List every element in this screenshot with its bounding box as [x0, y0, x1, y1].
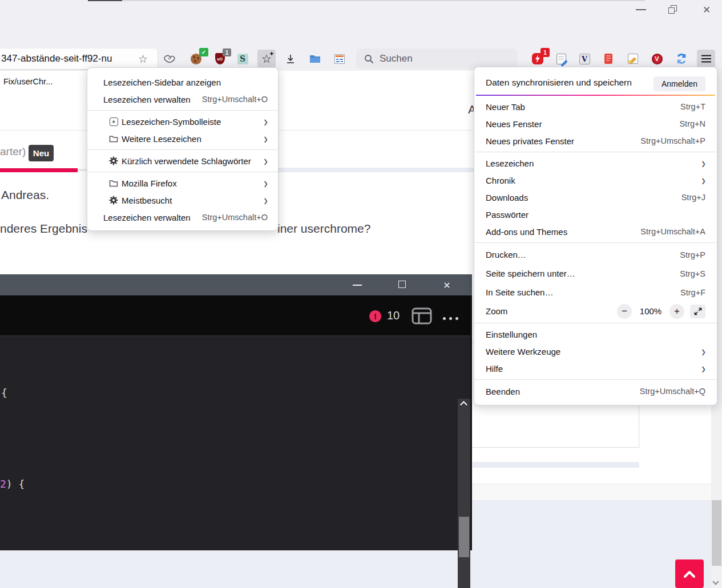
url-bar[interactable]: 347-abstände-seit-ff92-nu ☆ — [0, 48, 158, 69]
downloads-button[interactable] — [281, 50, 300, 68]
menu-item-bookmarks-toolbar[interactable]: ★ Lesezeichen-Symbolleiste › — [87, 113, 278, 130]
menu-item-manage-bookmarks[interactable]: Lesezeichen verwalten Strg+Umschalt+O — [87, 91, 278, 108]
console-titlebar[interactable]: ✕ — [0, 274, 472, 295]
scroll-to-top-button[interactable] — [675, 559, 704, 588]
menu-item-show-bookmarks-sidebar[interactable]: Lesezeichen-Sidebar anzeigen — [87, 74, 278, 91]
menu-item-shortcut: Strg+Umschalt+O — [202, 95, 268, 104]
menu-item-help[interactable]: Hilfe › — [474, 360, 717, 377]
search-icon — [364, 54, 374, 64]
video-download-extension-button[interactable]: V — [648, 50, 666, 68]
error-count-icon[interactable]: ! — [369, 310, 381, 322]
split-panel-icon[interactable] — [412, 307, 432, 327]
bookmark-menu-star-icon: ☆ — [261, 52, 272, 66]
menu-item-shortcut: Strg+N — [679, 119, 705, 128]
menu-item-history[interactable]: Chronik › — [474, 172, 717, 189]
submenu-chevron-icon: › — [701, 173, 705, 188]
menu-item-save-page-as[interactable]: Seite speichern unter… Strg+S — [474, 264, 717, 283]
topic-title-fragment: arter) — [0, 145, 26, 158]
menu-item-label: Lesezeichen-Sidebar anzeigen — [103, 78, 221, 87]
sync-extension-button[interactable] — [672, 50, 691, 68]
menu-item-label: Seite speichern unter… — [486, 269, 575, 278]
menu-item-new-tab[interactable]: Neuer Tab Strg+T — [474, 98, 717, 115]
zoom-level-value[interactable]: 100% — [632, 306, 669, 316]
bookmark-star-icon[interactable]: ☆ — [137, 52, 148, 66]
new-badge: Neu — [29, 145, 54, 161]
console-maximize-button[interactable] — [398, 281, 406, 288]
console-scrollbar[interactable] — [458, 399, 470, 588]
menu-item-print[interactable]: Drucken… Strg+P — [474, 245, 717, 264]
search-bar[interactable]: Suchen — [356, 48, 517, 69]
zoom-out-button[interactable]: − — [617, 304, 632, 319]
submenu-chevron-icon: › — [264, 132, 268, 146]
menu-item-label: Lesezeichen verwalten — [103, 95, 191, 104]
menu-item-label: Weitere Lesezeichen — [122, 134, 201, 144]
sign-in-button[interactable]: Anmelden — [654, 76, 705, 91]
code-block-strip — [473, 462, 639, 468]
menu-item-shortcut: Strg+J — [681, 193, 705, 202]
scroll-extension-button[interactable] — [599, 50, 618, 68]
chevron-up-icon — [683, 569, 696, 578]
menu-separator — [87, 149, 278, 150]
v-extension-button[interactable]: V — [575, 50, 594, 68]
menu-item-manage-bookmarks-bottom[interactable]: Lesezeichen verwalten Strg+Umschalt+O — [87, 209, 278, 226]
fullscreen-button[interactable] — [690, 305, 705, 318]
userscript-extension-button[interactable] — [552, 50, 570, 68]
cookie-extension-button[interactable]: ✓ — [187, 50, 205, 68]
page-scrollbar-thumb[interactable] — [712, 500, 721, 566]
menu-item-label: Einstellungen — [486, 330, 537, 339]
menu-item-recent-tags[interactable]: Kürzlich verwendete Schlagwörter › — [87, 152, 278, 169]
console-minimize-button[interactable] — [353, 285, 362, 286]
window-close-button[interactable]: ✕ — [700, 3, 713, 16]
highlighter-extension-button[interactable] — [624, 50, 642, 68]
menu-item-label: Downloads — [486, 193, 528, 202]
folder-icon — [109, 179, 118, 187]
app-menu-button[interactable] — [697, 50, 715, 68]
red-scroll-icon — [604, 53, 613, 64]
menu-item-shortcut: Strg+Umschalt+Q — [640, 387, 705, 396]
bookmarks-toolbar-item[interactable]: Fix/userChr... — [0, 77, 53, 86]
menu-item-addons-themes[interactable]: Add-ons und Themes Strg+Umschalt+A — [474, 223, 717, 240]
zoom-in-button[interactable]: + — [669, 304, 684, 319]
menu-item-mozilla-firefox-folder[interactable]: Mozilla Firefox › — [87, 175, 278, 192]
page-scroll-down-icon[interactable] — [712, 578, 719, 585]
lightning-extension-button[interactable]: 1 — [529, 50, 547, 68]
console-close-button[interactable]: ✕ — [441, 279, 453, 291]
menu-item-other-bookmarks[interactable]: Weitere Lesezeichen › — [87, 130, 278, 147]
author-text: Andreas. — [1, 188, 49, 202]
menu-item-label: Meistbesucht — [122, 196, 172, 205]
folder-toolbar-button[interactable] — [306, 50, 324, 68]
window-restore-button[interactable] — [668, 5, 677, 14]
handshake-extension-button[interactable] — [160, 50, 179, 68]
submenu-chevron-icon: › — [264, 176, 268, 190]
menu-item-label: Lesezeichen — [486, 159, 534, 168]
menu-item-passwords[interactable]: Passwörter — [474, 206, 717, 223]
menu-item-shortcut: Strg+S — [680, 269, 705, 278]
menu-item-downloads[interactable]: Downloads Strg+J — [474, 189, 717, 206]
menu-item-quit[interactable]: Beenden Strg+Umschalt+Q — [474, 382, 717, 400]
menu-item-more-tools[interactable]: Weitere Werkzeuge › — [474, 343, 717, 360]
fxa-sync-row[interactable]: Daten synchronisieren und speichern Anme… — [474, 73, 717, 95]
window-minimize-button[interactable] — [636, 9, 646, 10]
page-scrollbar[interactable] — [711, 408, 722, 588]
download-icon — [285, 54, 296, 64]
console-scrollbar-thumb[interactable] — [459, 517, 469, 557]
meatball-menu-icon[interactable] — [443, 317, 458, 320]
menu-item-label: Kürzlich verwendete Schlagwörter — [122, 156, 251, 166]
menu-item-most-visited[interactable]: Meistbesucht › — [87, 192, 278, 209]
console-editor[interactable]: { 2) { — [0, 336, 472, 550]
calendar-extension-button[interactable] — [330, 50, 349, 68]
code-line-1: { — [1, 387, 7, 399]
menu-item-settings[interactable]: Einstellungen — [474, 326, 717, 343]
window-top-border — [122, 0, 645, 1]
bookmarks-menu-button[interactable]: ☆ — [257, 50, 276, 68]
menu-item-label: Add-ons und Themes — [486, 227, 567, 237]
menu-item-label: Drucken… — [486, 250, 526, 259]
menu-item-new-private-window[interactable]: Neues privates Fenster Strg+Umschalt+P — [474, 132, 717, 149]
menu-item-new-window[interactable]: Neues Fenster Strg+N — [474, 115, 717, 132]
menu-item-bookmarks[interactable]: Lesezeichen › — [474, 155, 717, 172]
ublock-extension-button[interactable]: uO 1 — [211, 50, 229, 68]
hamburger-menu-icon — [701, 55, 711, 63]
menu-item-find-in-page[interactable]: In Seite suchen… Strg+F — [474, 283, 717, 302]
scroll-up-icon[interactable] — [460, 401, 467, 408]
stylus-extension-button[interactable]: S — [233, 50, 252, 68]
